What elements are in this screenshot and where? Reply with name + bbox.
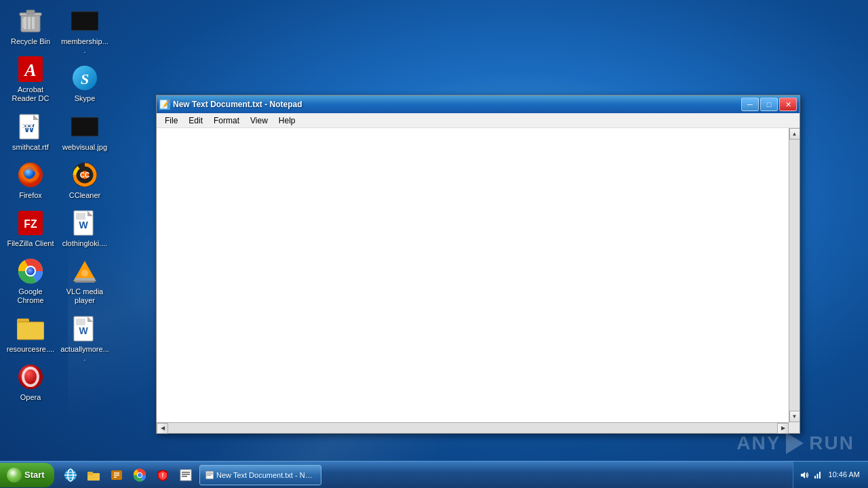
watermark-run: RUN xyxy=(809,432,854,454)
svg-point-30 xyxy=(73,163,97,187)
svg-rect-3 xyxy=(32,17,35,29)
tray-volume-icon[interactable] xyxy=(799,470,810,481)
clock-time: 10:46 AM xyxy=(829,470,860,480)
menu-help[interactable]: Help xyxy=(273,115,301,127)
menu-file[interactable]: File xyxy=(159,115,183,127)
svg-rect-75 xyxy=(816,474,818,479)
firefox-label: Firefox xyxy=(19,191,42,200)
svg-marker-43 xyxy=(87,317,93,322)
taskbar-notepad-label: New Text Document.txt - Notepad xyxy=(216,471,315,479)
svg-rect-29 xyxy=(71,117,98,136)
clothing-label: clothingloki.... xyxy=(62,239,108,248)
svg-text:CC: CC xyxy=(80,171,90,179)
desktop: Recycle Bin A Acrobat Reader DC W xyxy=(0,0,868,488)
opera-label: Opera xyxy=(20,393,41,402)
desktop-icon-skype[interactable]: S Skype xyxy=(58,60,112,107)
notepad-menu-bar: File Edit Format View Help xyxy=(157,113,800,128)
desktop-icon-firefox[interactable]: Firefox xyxy=(3,157,58,204)
notepad-content-area: ▲ ▼ xyxy=(157,128,800,422)
svg-rect-70 xyxy=(206,472,212,473)
svg-marker-73 xyxy=(801,472,805,479)
taskbar-notepad-icon[interactable] xyxy=(175,464,197,486)
menu-edit[interactable]: Edit xyxy=(183,115,208,127)
svg-rect-36 xyxy=(76,213,85,220)
desktop-icon-recycle-bin[interactable]: Recycle Bin xyxy=(3,3,58,50)
scroll-right-arrow[interactable]: ▶ xyxy=(777,423,789,434)
scroll-down-arrow[interactable]: ▼ xyxy=(789,411,800,422)
scroll-track-h[interactable] xyxy=(168,423,777,433)
filezilla-icon: FZ xyxy=(17,209,44,237)
notepad-window: New Text Document.txt - Notepad ─ □ ✕ Fi… xyxy=(156,95,800,434)
taskbar-balloon-icon[interactable] xyxy=(106,464,127,486)
desktop-icons: Recycle Bin A Acrobat Reader DC W xyxy=(0,0,115,461)
taskbar-folder-icon[interactable] xyxy=(83,464,104,486)
svg-rect-26 xyxy=(71,12,98,30)
desktop-icon-membership[interactable]: membership.... xyxy=(58,3,112,59)
watermark-text: ANY xyxy=(736,432,781,454)
resources-label: resourcesre.... xyxy=(7,345,54,354)
desktop-icon-webvisual[interactable]: webvisual.jpg xyxy=(58,109,112,156)
svg-marker-34 xyxy=(87,211,93,216)
desktop-icon-actually[interactable]: W actuallymore.... xyxy=(58,311,112,367)
scroll-left-arrow[interactable]: ◀ xyxy=(157,423,168,434)
notepad-close-button[interactable]: ✕ xyxy=(779,98,797,111)
menu-format[interactable]: Format xyxy=(208,115,245,127)
desktop-icon-vlc[interactable]: VLC media player xyxy=(58,253,112,309)
svg-rect-2 xyxy=(28,17,31,29)
desktop-icon-acrobat[interactable]: A Acrobat Reader DC xyxy=(3,52,58,107)
notepad-minimize-button[interactable]: ─ xyxy=(741,98,759,111)
svg-rect-76 xyxy=(819,472,821,479)
notepad-titlebar: New Text Document.txt - Notepad ─ □ ✕ xyxy=(157,96,800,113)
scroll-track-v[interactable] xyxy=(789,140,800,411)
system-tray: 10:46 AM xyxy=(793,462,868,488)
svg-rect-40 xyxy=(75,278,95,281)
svg-rect-65 xyxy=(180,470,191,481)
actually-icon: W xyxy=(71,315,98,342)
actually-label: actuallymore.... xyxy=(60,345,109,363)
desktop-icon-clothing[interactable]: W clothingloki.... xyxy=(58,205,112,252)
svg-text:W: W xyxy=(79,325,88,336)
notepad-window-icon xyxy=(159,99,170,110)
desktop-icon-smithcat[interactable]: W smithcat.rtf xyxy=(3,109,58,156)
webvisual-icon xyxy=(71,113,98,140)
opera-icon xyxy=(17,363,44,390)
desktop-icon-resources[interactable]: resourcesre.... xyxy=(3,311,58,358)
skype-label: Skype xyxy=(75,94,96,103)
desktop-icon-ccleaner[interactable]: CC CCleaner xyxy=(58,157,112,204)
svg-point-31 xyxy=(81,171,89,179)
notepad-bottom-bar: ◀ ▶ xyxy=(157,422,800,433)
svg-rect-66 xyxy=(182,472,190,473)
taskbar-ie-icon[interactable] xyxy=(60,464,81,486)
scroll-up-arrow[interactable]: ▲ xyxy=(789,128,800,140)
svg-point-20 xyxy=(26,267,35,275)
menu-view[interactable]: View xyxy=(245,115,273,127)
svg-text:W: W xyxy=(79,220,88,230)
start-label: Start xyxy=(24,470,45,480)
svg-text:S: S xyxy=(81,70,89,87)
svg-rect-39 xyxy=(75,279,95,283)
notepad-scrollbar-horizontal[interactable]: ◀ ▶ xyxy=(157,422,789,433)
membership-label: membership.... xyxy=(60,37,109,55)
notepad-editor[interactable] xyxy=(157,128,789,422)
svg-rect-13 xyxy=(22,127,33,128)
svg-rect-68 xyxy=(182,476,187,477)
taskbar-notepad-button[interactable]: New Text Document.txt - Notepad xyxy=(199,465,321,485)
system-clock[interactable]: 10:46 AM xyxy=(826,470,863,480)
notepad-scrollbar-vertical[interactable]: ▲ ▼ xyxy=(789,128,800,422)
taskbar-shield-icon[interactable]: ! xyxy=(152,464,174,486)
ccleaner-label: CCleaner xyxy=(69,191,100,200)
svg-rect-71 xyxy=(206,474,212,474)
desktop-icon-chrome[interactable]: Google Chrome xyxy=(3,253,58,309)
tray-network-icon[interactable] xyxy=(812,470,823,481)
notepad-maximize-button[interactable]: □ xyxy=(760,98,778,111)
smithcat-icon: W xyxy=(17,113,44,140)
svg-marker-38 xyxy=(75,262,95,280)
scroll-corner xyxy=(789,422,800,433)
svg-rect-42 xyxy=(74,317,93,341)
notepad-controls: ─ □ ✕ xyxy=(741,98,797,111)
desktop-icon-filezilla[interactable]: FZ FileZilla Client xyxy=(3,205,58,252)
taskbar-chrome-icon[interactable] xyxy=(129,464,151,486)
start-orb-icon xyxy=(7,468,22,483)
desktop-icon-opera[interactable]: Opera xyxy=(3,359,58,406)
start-button[interactable]: Start xyxy=(0,463,54,487)
